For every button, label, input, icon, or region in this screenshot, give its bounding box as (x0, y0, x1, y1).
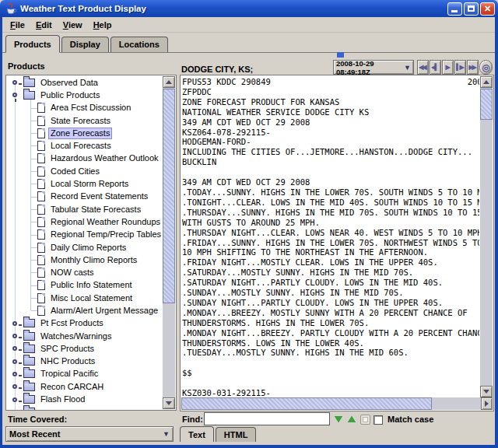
tree-item-daily-climo-reports[interactable]: Daily Climo Reports (7, 241, 163, 254)
scroll-up-button[interactable] (163, 76, 175, 88)
document-icon (37, 306, 45, 316)
expand-handle-icon[interactable] (12, 357, 21, 366)
tree-item-local-storm-reports[interactable]: Local Storm Reports (7, 177, 163, 190)
tree-item-zone-forecasts-selected[interactable]: Zone Forecasts (7, 127, 163, 139)
product-text[interactable]: FPUS53 KDDC 290849 2008-10-29 08:49:18Z … (182, 77, 479, 397)
maximize-icon (468, 5, 475, 12)
step-back-button[interactable]: ◀▍ (430, 60, 441, 75)
tree-item-nhc-products[interactable]: NHC Products (7, 355, 163, 368)
expand-handle-icon[interactable] (12, 395, 21, 404)
maximize-button[interactable] (464, 2, 479, 16)
expand-handle-icon[interactable] (12, 382, 21, 391)
menu-help[interactable]: Help (88, 19, 117, 31)
tab-html-view[interactable]: HTML (216, 427, 257, 442)
tree-item-regional-temp-precip-tables[interactable]: Regional Temp/Precip Tables (7, 229, 163, 241)
expand-handle-icon[interactable] (12, 344, 21, 353)
tree-item-pt-fcst-products[interactable]: Pt Fcst Products (7, 317, 163, 330)
tree-item-state-forecasts[interactable]: State Forecasts (7, 114, 163, 127)
tree-item-alarm-alert-urgent-message[interactable]: Alarm/Alert Urgent Message (7, 304, 163, 317)
find-previous-button[interactable] (346, 414, 357, 425)
folder-icon (23, 345, 35, 353)
tree-item-tropical-pacific[interactable]: Tropical Pacific (7, 368, 163, 380)
fast-forward-button[interactable]: ▶▶ (467, 60, 479, 75)
scroll-right-button[interactable] (481, 397, 493, 410)
tree-item-record-event-statements[interactable]: Record Event Statements (7, 191, 163, 203)
tree-item-recon-carcah[interactable]: Recon CARCAH (7, 380, 163, 393)
window-border-right (495, 17, 498, 448)
tree-item-area-fcst-discussion[interactable]: Area Fcst Discussion (7, 102, 163, 114)
tree-item-observed-data[interactable]: Observed Data (7, 76, 163, 89)
tree-item-watches-warnings[interactable]: Watches/Warnings (7, 330, 163, 342)
folder-icon (23, 91, 35, 100)
tree-item-now-casts[interactable]: NOW casts (7, 266, 163, 278)
folder-icon (23, 332, 35, 341)
highlight-all-button[interactable] (359, 414, 370, 425)
match-case-checkbox[interactable] (374, 415, 383, 425)
tree-item-public-products[interactable]: Public Products (7, 89, 163, 101)
tab-text-view[interactable]: Text (180, 426, 214, 442)
minimize-button[interactable] (447, 2, 462, 16)
text-vertical-scrollbar[interactable] (480, 76, 493, 397)
window-titlebar: Weather Text Product Display ✕ (0, 0, 498, 17)
tree-item-local-forecasts[interactable]: Local Forecasts (7, 139, 163, 152)
latest-time-button[interactable]: ◎ (479, 60, 493, 75)
tree-item-hazardous-weather-outlook[interactable]: Hazardous Weather Outlook (7, 152, 163, 165)
tree-scrollbar-thumb[interactable] (163, 89, 175, 303)
document-icon (37, 268, 45, 278)
document-icon (37, 179, 45, 189)
datetime-combobox[interactable]: 2008-10-29 08:49:18Z ▼ (333, 60, 414, 75)
tree-item-misc-local-statement[interactable]: Misc Local Statement (7, 292, 163, 304)
find-input[interactable] (204, 412, 330, 425)
expand-handle-icon[interactable] (12, 319, 21, 328)
text-hscrollbar-thumb[interactable] (181, 397, 432, 410)
tree-item-partial[interactable] (7, 406, 163, 410)
scroll-down-button[interactable] (480, 386, 493, 397)
scroll-down-button[interactable] (163, 397, 175, 409)
product-text-viewer: FPUS53 KDDC 290849 2008-10-29 08:49:18Z … (180, 75, 494, 411)
time-covered-label: Time Covered: (8, 415, 67, 424)
menu-bar: File Edit View Help (2, 18, 495, 33)
tree-item-monthly-climo-reports[interactable]: Monthly Climo Reports (7, 254, 163, 266)
find-next-button[interactable] (333, 414, 344, 425)
step-forward-button[interactable]: ▍▶ (454, 60, 466, 75)
folder-icon (23, 319, 35, 327)
document-icon (37, 229, 45, 240)
tree-item-flash-flood[interactable]: Flash Flood (7, 393, 163, 405)
main-tab-strip: Products Display Locations (2, 34, 495, 53)
arrow-up-icon (166, 80, 172, 84)
text-vscrollbar-thumb[interactable] (480, 89, 493, 120)
expand-handle-icon[interactable] (12, 408, 21, 410)
expand-handle-icon[interactable] (12, 331, 21, 341)
collapse-handle-icon[interactable] (12, 90, 21, 100)
folder-icon (23, 369, 35, 378)
expand-handle-icon[interactable] (12, 369, 21, 379)
play-button[interactable]: ▶ (442, 60, 454, 75)
menu-edit[interactable]: Edit (30, 19, 58, 31)
menu-view[interactable]: View (58, 19, 88, 31)
tree-vertical-scrollbar[interactable] (163, 76, 175, 409)
text-horizontal-scrollbar[interactable] (181, 397, 493, 410)
expand-handle-icon[interactable] (12, 78, 21, 87)
close-button[interactable]: ✕ (480, 2, 495, 16)
document-icon (37, 128, 45, 138)
tab-products[interactable]: Products (5, 35, 60, 53)
tree-item-coded-cities[interactable]: Coded Cities (7, 165, 163, 177)
tree-item-public-info-statement[interactable]: Public Info Statement (7, 279, 163, 292)
green-down-arrow-icon (335, 416, 342, 422)
tree-item-regional-weather-roundups[interactable]: Regional Weather Roundups (7, 215, 163, 228)
arrow-down-icon (166, 401, 172, 405)
time-covered-combobox[interactable]: Most Recent ▼ (5, 426, 174, 442)
tab-display[interactable]: Display (61, 37, 109, 52)
chevron-down-icon: ▼ (404, 64, 411, 72)
tree-item-tabular-state-forecasts[interactable]: Tabular State Forecasts (7, 203, 163, 215)
match-case-label: Match case (388, 415, 433, 424)
arrow-down-icon (483, 390, 489, 394)
folder-icon (23, 408, 35, 410)
document-icon (37, 255, 45, 265)
menu-file[interactable]: File (5, 19, 30, 31)
tab-locations[interactable]: Locations (110, 37, 168, 52)
scroll-up-button[interactable] (480, 76, 493, 88)
tree-item-spc-products[interactable]: SPC Products (7, 342, 163, 355)
fast-rewind-button[interactable]: ◀◀ (417, 60, 429, 75)
view-tab-strip: Text HTML (180, 425, 258, 442)
